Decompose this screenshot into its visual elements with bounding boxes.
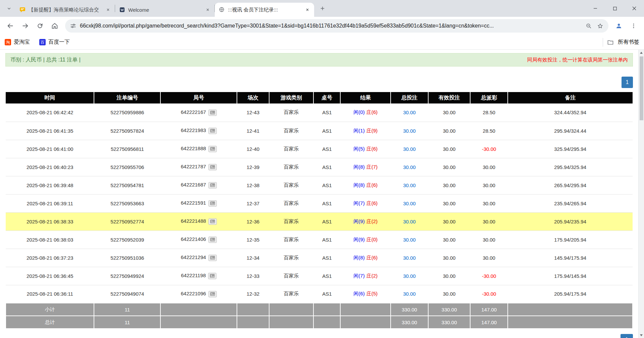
total-bet-link[interactable]: 30.00 [403, 273, 416, 279]
round-number: 642221488 [181, 218, 206, 224]
browser-tab-strip: 【新提醒】海燕策略论坛综合交 Welcome :::视讯 会员下注纪录::: [0, 0, 644, 17]
total-bet-link[interactable]: 30.00 [403, 182, 416, 188]
vertical-scrollbar[interactable] [638, 50, 644, 338]
footer-empty-cell [237, 316, 269, 329]
total-bet-link[interactable]: 30.00 [403, 201, 416, 206]
cell-game-type: 百家乐 [269, 285, 314, 303]
home-button[interactable] [48, 19, 62, 33]
round-replay-icon[interactable] [208, 291, 217, 297]
total-bet-link[interactable]: 30.00 [403, 164, 416, 170]
column-header: 结果 [340, 92, 390, 103]
menu-dots-icon[interactable] [627, 19, 641, 33]
scrollbar-thumb[interactable] [640, 56, 643, 120]
url-text: 66cxkj98.com/ipl/portal.php/game/betreco… [80, 23, 583, 29]
address-bar[interactable]: 66cxkj98.com/ipl/portal.php/game/betreco… [65, 19, 608, 33]
subtotal-label: 小计 [6, 303, 94, 316]
column-header: 桌号 [313, 92, 340, 103]
round-replay-icon[interactable] [208, 273, 216, 279]
round-replay-icon[interactable] [208, 200, 217, 207]
total-bet-link[interactable]: 30.00 [403, 291, 416, 297]
back-button[interactable] [3, 19, 17, 33]
round-replay-icon[interactable] [208, 237, 217, 243]
result-player: 闲(5) [353, 146, 364, 152]
refresh-button[interactable] [33, 19, 47, 33]
round-replay-icon[interactable] [208, 218, 217, 225]
bookmarks-bar: 淘 爱淘宝 百 百度一下 所有书签 [0, 35, 644, 50]
result-player: 闲(8) [353, 164, 364, 170]
cell-table-number: AS1 [313, 285, 340, 303]
total-bet-link[interactable]: 30.00 [403, 128, 416, 134]
round-number: 642221406 [181, 236, 206, 242]
round-replay-icon[interactable] [208, 164, 217, 170]
bookmark-label: 百度一下 [48, 39, 70, 46]
column-header: 游戏类别 [269, 92, 314, 103]
summary-notice-bar: 币别 : 人民币 | 总共 :11 注单 | 同局有效投注，统一计算在该局第一张… [5, 53, 633, 67]
table-body: 2025-08-21 06:42:42 522750959886 6422221… [6, 103, 633, 303]
maximize-button[interactable] [605, 0, 625, 17]
cell-time: 2025-08-21 06:42:42 [6, 103, 94, 122]
tab-search-chevron-icon[interactable] [3, 3, 15, 14]
cell-session: 12-36 [237, 212, 269, 230]
cell-total-bet: 30.00 [391, 176, 428, 194]
cell-round: 642221096 [160, 285, 237, 303]
globe-favicon-icon [219, 7, 225, 13]
close-window-button[interactable] [625, 0, 644, 17]
tab-close-icon[interactable] [304, 6, 311, 13]
total-bet-link[interactable]: 30.00 [403, 237, 416, 243]
all-bookmarks[interactable]: 所有书签 [603, 38, 639, 47]
bookmark-baidu[interactable]: 百 百度一下 [39, 39, 70, 46]
cell-payout: -30.00 [470, 267, 508, 285]
total-bet-link[interactable]: 30.00 [403, 219, 416, 224]
cell-bet-id: 522750952039 [94, 230, 160, 249]
browser-tab-forum[interactable]: 【新提醒】海燕策略论坛综合交 [15, 3, 115, 17]
round-replay-icon[interactable] [208, 182, 217, 188]
total-bet-link[interactable]: 30.00 [403, 146, 416, 152]
cell-game-type: 百家乐 [269, 249, 314, 267]
table-row: 2025-08-21 06:41:35 522750957824 6422219… [6, 122, 633, 140]
cell-result: 闲(0)庄(6) [340, 103, 390, 122]
total-count: 11 [94, 316, 160, 329]
pagination-bottom-partial[interactable]: 1 [621, 334, 633, 338]
round-replay-icon[interactable] [208, 255, 217, 261]
cell-time: 2025-08-21 06:36:11 [6, 285, 94, 303]
pagination-page-1-button[interactable]: 1 [622, 77, 633, 88]
cell-note: 235.94/265.94 [508, 194, 633, 212]
tab-close-icon[interactable] [105, 6, 111, 13]
new-tab-button[interactable] [317, 3, 328, 14]
cell-session: 12-34 [237, 249, 269, 267]
cell-round: 642221198 [160, 267, 237, 285]
tab-close-icon[interactable] [204, 6, 211, 13]
zoom-icon[interactable] [583, 20, 594, 32]
subtotal-valid-bet: 330.00 [428, 303, 470, 316]
bookmark-star-icon[interactable] [594, 20, 606, 32]
pagination-top: 1 [5, 77, 633, 88]
result-banker: 庄(0) [366, 237, 378, 242]
forward-button[interactable] [18, 19, 32, 33]
cell-total-bet: 30.00 [391, 230, 428, 249]
scroll-down-arrow-icon[interactable] [639, 332, 644, 338]
bookmark-taobao[interactable]: 淘 爱淘宝 [5, 39, 30, 46]
cell-bet-id: 522750956811 [94, 140, 160, 158]
minimize-button[interactable] [586, 0, 605, 17]
cell-total-bet: 30.00 [391, 158, 428, 176]
profile-icon[interactable] [612, 19, 626, 33]
scroll-up-arrow-icon[interactable] [639, 50, 644, 55]
round-replay-icon[interactable] [208, 146, 217, 152]
browser-tab-welcome[interactable]: Welcome [115, 3, 214, 17]
cell-total-bet: 30.00 [391, 103, 428, 122]
round-replay-icon[interactable] [208, 110, 217, 116]
all-bookmarks-label: 所有书签 [618, 39, 639, 46]
cell-total-bet: 30.00 [391, 140, 428, 158]
cell-valid-bet: 30.00 [428, 158, 470, 176]
browser-tab-betrecord[interactable]: :::视讯 会员下注纪录::: [215, 3, 314, 17]
total-bet-link[interactable]: 30.00 [403, 110, 416, 115]
site-info-tune-icon[interactable] [70, 23, 77, 29]
round-replay-icon[interactable] [208, 128, 217, 134]
result-banker: 庄(7) [366, 164, 378, 170]
notice-warning-text: 同局有效投注，统一计算在该局第一张注单内 [527, 57, 628, 63]
cell-round: 642221983 [160, 122, 237, 140]
footer-empty-cell [313, 303, 340, 316]
result-banker: 庄(6) [366, 200, 378, 206]
total-bet-link[interactable]: 30.00 [403, 255, 416, 261]
cell-payout: 30.00 [470, 194, 508, 212]
